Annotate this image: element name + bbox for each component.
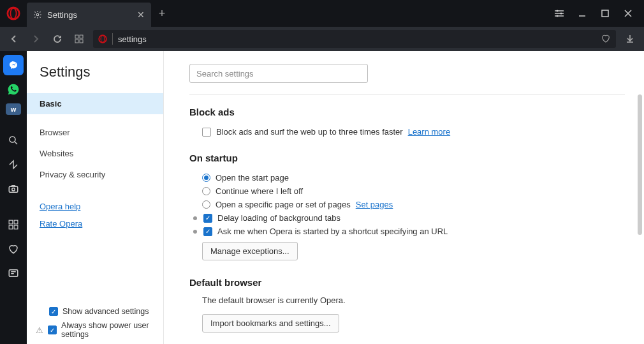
- forward-button[interactable]: [28, 31, 43, 47]
- bullet-icon: [193, 216, 197, 220]
- bookmark-heart-icon[interactable]: [601, 33, 611, 45]
- show-advanced-checkbox[interactable]: ✓: [49, 307, 58, 316]
- settings-main: Search settings Block ads Block ads and …: [164, 51, 644, 344]
- close-window-icon[interactable]: [622, 8, 634, 19]
- show-advanced-label: Show advanced settings: [62, 307, 149, 316]
- continue-label: Continue where I left off: [216, 186, 303, 196]
- flow-icon[interactable]: [3, 154, 24, 175]
- rate-opera-link[interactable]: Rate Opera: [27, 215, 163, 232]
- svg-point-0: [8, 8, 19, 19]
- search-settings-input[interactable]: Search settings: [189, 64, 368, 83]
- nav-privacy[interactable]: Privacy & security: [27, 164, 163, 185]
- open-start-radio[interactable]: [202, 174, 210, 182]
- messenger-icon[interactable]: [3, 55, 24, 75]
- download-icon[interactable]: [622, 31, 638, 47]
- opera-help-link[interactable]: Opera help: [27, 198, 163, 215]
- settings-sidebar: Settings Basic Browser Websites Privacy …: [27, 51, 164, 344]
- svg-point-11: [99, 35, 106, 43]
- bullet-icon: [193, 230, 197, 234]
- show-advanced-row[interactable]: ✓ Show advanced settings: [27, 304, 163, 318]
- minimize-icon[interactable]: [576, 8, 588, 19]
- default-browser-title: Default browser: [189, 277, 625, 288]
- power-user-row[interactable]: ⚠ ✓ Always show power user settings: [27, 318, 163, 344]
- search-icon[interactable]: [3, 130, 24, 151]
- speed-dial-icon-rail[interactable]: [3, 214, 24, 235]
- window-controls: [543, 0, 644, 27]
- svg-rect-18: [9, 225, 13, 229]
- titlebar: Settings ✕ +: [0, 0, 644, 27]
- specific-page-radio[interactable]: [202, 200, 210, 209]
- specific-page-label: Open a specific page or set of pages: [216, 200, 351, 209]
- svg-point-4: [560, 13, 562, 15]
- snapshot-icon[interactable]: [3, 179, 24, 199]
- whatsapp-icon[interactable]: [3, 79, 24, 100]
- address-bar[interactable]: settings: [93, 30, 616, 48]
- tab-title: Settings: [47, 10, 77, 20]
- easy-setup-icon[interactable]: [553, 8, 565, 19]
- power-user-label: Always show power user settings: [61, 321, 154, 339]
- close-tab-icon[interactable]: ✕: [137, 10, 145, 20]
- svg-rect-9: [75, 40, 78, 43]
- svg-rect-14: [9, 186, 18, 192]
- svg-rect-17: [14, 220, 18, 224]
- svg-point-3: [557, 10, 559, 12]
- nav-websites[interactable]: Websites: [27, 143, 163, 164]
- svg-point-12: [101, 36, 105, 43]
- startup-title: On startup: [189, 153, 625, 163]
- block-ads-title: Block ads: [189, 107, 625, 117]
- svg-rect-19: [14, 225, 18, 229]
- heart-icon-rail[interactable]: [3, 239, 24, 259]
- vk-icon[interactable]: w: [6, 103, 21, 115]
- learn-more-link[interactable]: Learn more: [408, 127, 450, 137]
- delay-loading-checkbox[interactable]: ✓: [203, 214, 212, 223]
- default-browser-note: The default browser is currently Opera.: [189, 295, 625, 305]
- page-title: Settings: [27, 64, 163, 93]
- warning-icon: ⚠: [36, 325, 43, 335]
- block-ads-label: Block ads and surf the web up to three t…: [216, 127, 403, 137]
- opera-logo[interactable]: [0, 0, 27, 27]
- opera-badge-icon: [98, 34, 107, 43]
- svg-point-5: [557, 15, 559, 17]
- import-bookmarks-button[interactable]: Import bookmarks and settings...: [202, 314, 339, 333]
- svg-point-15: [12, 188, 15, 191]
- speed-dial-icon[interactable]: [71, 31, 87, 47]
- svg-rect-10: [80, 40, 83, 43]
- maximize-icon[interactable]: [599, 8, 611, 19]
- delay-loading-label: Delay loading of background tabs: [217, 213, 340, 223]
- svg-point-2: [36, 13, 39, 16]
- scrollbar[interactable]: [638, 94, 642, 235]
- ask-me-checkbox[interactable]: ✓: [203, 227, 212, 236]
- tab-settings[interactable]: Settings ✕: [27, 3, 151, 27]
- nav-browser[interactable]: Browser: [27, 122, 163, 143]
- sidebar-rail: w: [0, 51, 27, 344]
- svg-rect-7: [75, 35, 78, 38]
- toolbar: settings: [0, 27, 644, 51]
- svg-point-1: [10, 8, 16, 19]
- svg-rect-8: [80, 35, 83, 38]
- open-start-label: Open the start page: [216, 173, 289, 183]
- svg-rect-16: [9, 220, 13, 224]
- reload-button[interactable]: [50, 31, 65, 47]
- gear-icon: [33, 10, 42, 19]
- nav-basic[interactable]: Basic: [27, 93, 163, 114]
- svg-point-13: [10, 137, 15, 142]
- news-icon[interactable]: [3, 263, 24, 283]
- ask-me-label: Ask me when Opera is started by a shortc…: [217, 227, 448, 236]
- address-text: settings: [118, 34, 596, 44]
- power-user-checkbox[interactable]: ✓: [48, 325, 57, 334]
- back-button[interactable]: [6, 31, 22, 47]
- svg-rect-6: [602, 10, 608, 17]
- block-ads-checkbox[interactable]: [202, 128, 211, 137]
- set-pages-link[interactable]: Set pages: [356, 200, 393, 209]
- continue-radio[interactable]: [202, 187, 210, 195]
- new-tab-button[interactable]: +: [151, 0, 173, 27]
- manage-exceptions-button[interactable]: Manage exceptions...: [202, 242, 298, 260]
